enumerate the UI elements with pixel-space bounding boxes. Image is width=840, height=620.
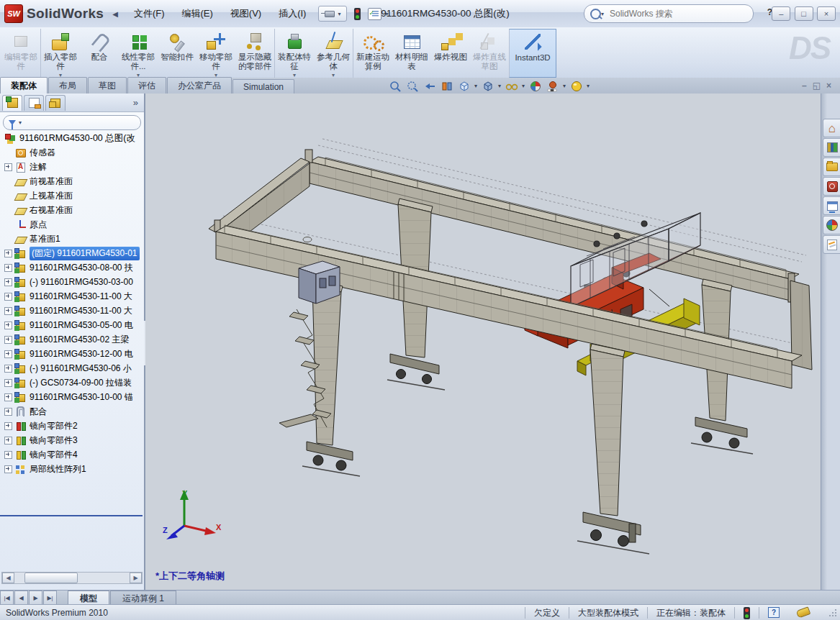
view-settings-caret-icon[interactable]: ▾ (587, 83, 590, 89)
tree-item[interactable]: (-) GCS0734-09-00 拉锚装 (0, 375, 143, 390)
tree-item[interactable]: 911601RMG4530-11-00 大 (0, 304, 143, 318)
tree-item[interactable]: 911601RMG4530-05-00 电 (0, 318, 143, 332)
ribbon-button[interactable]: 编辑零部件 ▾ (1, 29, 40, 78)
tab-configuration-manager[interactable] (45, 95, 66, 111)
tree-item[interactable]: 镜向零部件2 (0, 419, 143, 433)
expand-box-icon[interactable] (4, 278, 12, 286)
resize-grip[interactable] (828, 608, 837, 617)
expand-box-icon[interactable] (4, 465, 12, 473)
scroll-right-button[interactable]: ▶ (130, 573, 142, 583)
menu-item[interactable]: 编辑(E) (173, 4, 221, 23)
filter-caret-icon[interactable]: ▾ (19, 119, 22, 126)
tree-root-item[interactable]: 911601RMG4530-00 总图(改 (0, 131, 143, 145)
expand-box-icon[interactable] (4, 250, 12, 257)
search-results-icon[interactable] (823, 177, 840, 196)
tree-item[interactable]: 传感器 (0, 145, 143, 160)
status-traffic-light-icon[interactable] (744, 607, 750, 619)
ribbon-button[interactable]: 移动零部件 ▾ (197, 29, 235, 78)
zoom-to-area-icon[interactable] (405, 79, 420, 93)
search-caret-icon[interactable]: ▾ (601, 11, 604, 17)
command-tab[interactable]: 装配体 (0, 77, 48, 94)
tree-pane-splitter[interactable] (0, 515, 143, 516)
tree-item[interactable]: 911601RMG4530-10-00 锚 (0, 390, 143, 404)
model-canvas[interactable] (145, 94, 821, 590)
ribbon-button[interactable]: 配合 ▾ (80, 29, 119, 78)
panel-chevron-icon[interactable]: » (133, 97, 138, 108)
tree-item[interactable]: 911601RMG4530-02 主梁 (0, 332, 143, 347)
tree-horizontal-scrollbar[interactable]: ◀ ▶ (1, 572, 143, 584)
hide-show-items-icon[interactable] (504, 79, 519, 93)
expand-box-icon[interactable] (4, 365, 12, 373)
menu-item[interactable]: 视图(V) (222, 4, 270, 23)
front-right-leg[interactable] (577, 344, 649, 554)
expand-box-icon[interactable] (4, 322, 12, 329)
expand-box-icon[interactable] (4, 307, 12, 315)
command-tab[interactable]: Simulation (232, 79, 294, 94)
expand-box-icon[interactable] (4, 336, 12, 344)
tree-item[interactable]: 基准面1 (0, 232, 143, 246)
doc-restore-button[interactable]: ◱ (813, 81, 821, 91)
tag-icon[interactable] (796, 607, 811, 619)
expand-box-icon[interactable] (4, 422, 12, 430)
section-view-icon[interactable] (439, 79, 454, 93)
tab-feature-tree[interactable] (2, 95, 22, 111)
tree-item[interactable]: (-) 911601RMG4530-03-00 (0, 275, 143, 289)
doc-close-button[interactable]: × (826, 81, 831, 91)
appearances-scenes-icon[interactable] (823, 216, 840, 234)
maximize-button[interactable]: □ (795, 6, 813, 21)
solidworks-resources-icon[interactable]: ⌂ (823, 119, 840, 137)
doc-minimize-button[interactable]: – (802, 81, 807, 91)
tree-item[interactable]: 911601RMG4530-08-00 扶 (0, 260, 143, 275)
expand-box-icon[interactable] (4, 163, 12, 171)
ribbon-button[interactable]: 爆炸直线草图 ▾ (470, 29, 509, 78)
tree-item[interactable]: 上视基准面 (0, 188, 143, 203)
expand-box-icon[interactable] (4, 379, 12, 387)
ribbon-button[interactable]: 参考几何体 ▾ (314, 29, 353, 78)
tab-nav-button[interactable]: ▶| (43, 591, 57, 605)
tab-nav-button[interactable]: ◀ (14, 591, 28, 605)
apply-scene-icon[interactable] (545, 79, 560, 93)
ribbon-button[interactable]: 装配体特征 ▾ (274, 29, 314, 78)
edit-appearance-icon[interactable] (528, 79, 543, 93)
custom-properties-icon[interactable] (823, 235, 840, 254)
tree-item[interactable]: 右视基准面 (0, 203, 143, 217)
menu-item[interactable]: 文件(F) (125, 4, 173, 23)
operator-cabin[interactable] (299, 261, 340, 304)
tree-item[interactable]: 原点 (0, 217, 143, 232)
ribbon-button[interactable]: 线性零部件... ▾ (119, 29, 158, 78)
tree-item[interactable]: 局部线性阵列1 (0, 462, 143, 476)
expand-box-icon[interactable] (4, 350, 12, 358)
search-input[interactable] (608, 8, 719, 19)
graphics-viewport[interactable]: Y X Z *上下二等角轴测 (145, 94, 821, 590)
tree-filter-input[interactable]: ▾ (3, 115, 141, 130)
scroll-thumb[interactable] (24, 573, 78, 583)
expand-box-icon[interactable] (4, 437, 12, 445)
file-explorer-icon[interactable] (823, 158, 840, 176)
view-settings-icon[interactable] (569, 79, 584, 93)
display-style-icon[interactable] (480, 79, 495, 93)
expand-box-icon[interactable] (4, 393, 12, 401)
model-tab[interactable]: 运动算例 1 (110, 591, 176, 605)
close-button[interactable]: × (817, 6, 836, 21)
tab-nav-button[interactable]: ▶ (29, 591, 42, 605)
expand-box-icon[interactable] (4, 408, 12, 416)
ribbon-button[interactable]: Instant3D ▾ (509, 29, 556, 78)
ribbon-button[interactable]: 智能扣件 ▾ (158, 29, 197, 78)
ribbon-button[interactable]: 爆炸视图 ▾ (431, 29, 470, 78)
minimize-button[interactable]: – (772, 6, 790, 21)
model-tab[interactable]: 模型 (68, 591, 109, 605)
ribbon-button[interactable]: 材料明细表 ▾ (392, 29, 431, 78)
tree-item[interactable]: 911601RMG4530-11-00 大 (0, 289, 143, 304)
design-library-icon[interactable] (823, 138, 840, 157)
menu-collapse-arrow-icon[interactable]: ◀ (112, 10, 118, 18)
tab-nav-button[interactable]: |◀ (0, 591, 14, 605)
hide-show-caret-icon[interactable]: ▾ (522, 83, 525, 89)
tree-item[interactable]: (固定) 911601RMG4530-01 (0, 246, 143, 260)
command-tab[interactable]: 布局 (48, 77, 87, 94)
zoom-to-fit-icon[interactable] (387, 79, 402, 93)
command-tab[interactable]: 评估 (127, 77, 166, 94)
previous-view-icon[interactable] (422, 79, 437, 93)
expand-box-icon[interactable] (4, 451, 12, 459)
expand-box-icon[interactable] (4, 264, 12, 272)
view-orientation-caret-icon[interactable]: ▾ (474, 83, 477, 89)
